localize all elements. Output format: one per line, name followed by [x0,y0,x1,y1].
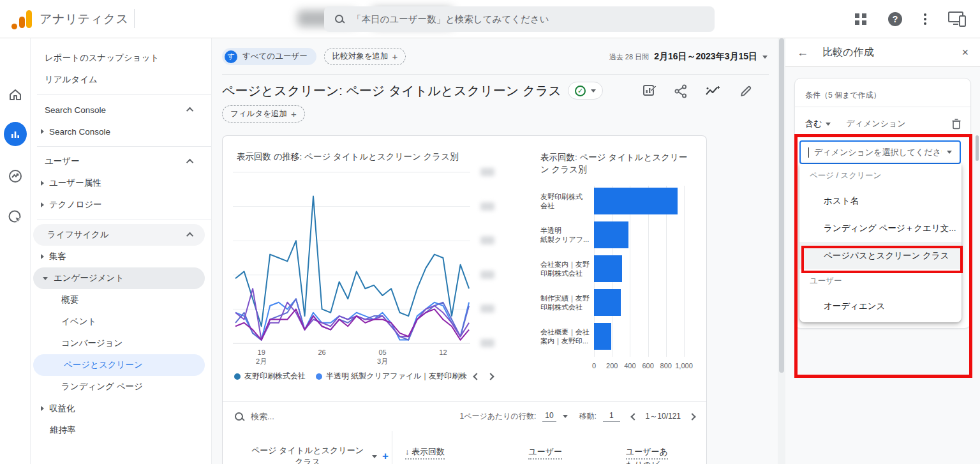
expand-right-icon[interactable] [41,129,44,134]
edit-pencil-icon[interactable] [739,85,752,98]
dropdown-scrollbar-thumb[interactable] [976,135,979,161]
add-comparison-chip[interactable]: 比較対象を追加 + [324,48,406,65]
date-range-value: 2月16日～2023年3月15日 [654,51,757,63]
segment-avatar: す [225,50,237,63]
line-chart[interactable]: 192月26053月12 [233,169,473,368]
main-scrollbar[interactable] [778,38,785,464]
share-icon[interactable] [674,84,687,98]
table-search-input[interactable]: 検索... [234,411,460,423]
add-filter-chip[interactable]: フィルタを追加 + [222,105,305,123]
dropdown-option-highlighted[interactable]: ページパスとスクリーン クラス [799,242,961,269]
caret-down-icon[interactable] [563,415,568,418]
include-select[interactable]: 含む [805,118,822,130]
more-vert-icon[interactable] [924,13,926,25]
bar-track [594,188,684,214]
bar-row[interactable]: 会社概要｜会社 案内｜友野印... [540,321,699,351]
bar-value[interactable] [594,323,611,350]
sidebar-item-conversions[interactable]: コンバージョン [31,333,205,354]
sidebar-item-label: イベント [61,316,96,327]
metric-column-header[interactable]: ↓ 表示回数 [396,445,445,458]
sidebar-item-events[interactable]: イベント [31,311,205,333]
bar-value[interactable] [594,289,621,316]
segment-chip-all-users[interactable]: す すべてのユーザー [222,48,316,65]
legend-prev-icon[interactable] [473,373,480,380]
bar-value[interactable] [594,255,622,282]
help-icon[interactable]: ? [888,12,902,26]
dropdown-option[interactable]: ホスト名 [799,187,961,214]
legend-item[interactable]: 友野印刷株式会社 [234,371,306,382]
metric-column-header[interactable]: ユーザー [516,445,562,458]
collapse-section-icon[interactable] [186,107,193,114]
bar-row[interactable]: 会社案内｜友野 印刷株式会社 [540,253,699,283]
comparison-panel: ← 比較の作成 × 条件（5 個まで作成） 含む ディメンション ディメンション… [785,38,980,464]
plus-icon: + [392,51,398,62]
trash-icon[interactable] [951,118,961,130]
ga-home-link[interactable]: アナリティクス [11,9,129,29]
bar-chart[interactable]: 表示回数: ページ タイトルとスクリーン クラス別 友野印刷株式 会社半透明 紙… [540,151,699,377]
report-status-pill[interactable]: ✓ [568,82,603,100]
date-range-picker[interactable]: 過去 28 日間 2月16日～2023年3月15日 [609,51,768,63]
close-icon[interactable]: × [961,46,969,59]
sidebar-item-user-section[interactable]: ユーザー [31,151,205,172]
sidebar-item-user-attributes[interactable]: ユーザー属性 [31,172,205,194]
reports-nav-icon[interactable] [4,123,27,146]
sidebar-item-overview[interactable]: 概要 [31,289,205,311]
expand-right-icon[interactable] [41,181,44,186]
advertising-nav-icon[interactable] [4,206,27,228]
bar-row[interactable]: 友野印刷株式 会社 [540,186,699,216]
expand-right-icon[interactable] [41,254,44,259]
explore-nav-icon[interactable] [4,165,27,188]
sidebar-item-label: Search Console [49,127,110,137]
sidebar-item-technology[interactable]: テクノロジー [31,194,205,216]
main-scrollbar-thumb[interactable] [779,38,784,373]
prev-page-icon[interactable] [630,413,637,420]
bar-value[interactable] [594,188,678,214]
text-cursor [808,147,809,158]
sidebar-item-search-console[interactable]: Search Console [31,121,205,142]
legend-item[interactable]: 半透明 紙製クリアファイル｜友野印刷株 [316,371,467,382]
metric-header-label: ユーザーあたりのビ [626,447,668,464]
sidebar-item-realtime[interactable]: リアルタイム [31,69,205,91]
insights-icon[interactable] [705,84,722,98]
expand-right-icon[interactable] [41,202,44,207]
goto-page-input[interactable]: 1 [603,411,620,422]
sidebar-item-label: エンゲージメント [54,273,124,284]
back-icon[interactable]: ← [797,46,808,59]
dimension-select-input[interactable]: ディメンションを選択してください [799,140,961,164]
dropdown-option[interactable]: オーディエンス [799,292,961,320]
sidebar-item-acquisition[interactable]: 集客 [31,246,205,267]
sidebar-item-landing-page[interactable]: ランディング ページ [31,376,205,398]
rows-per-page-select[interactable]: 10 [542,411,556,422]
expand-down-icon[interactable] [43,277,48,280]
collapse-section-icon[interactable] [186,159,193,166]
bar-row[interactable]: 半透明 紙製クリアフ... [540,220,699,250]
customize-report-icon[interactable] [642,84,657,98]
legend-label: 友野印刷株式会社 [244,371,306,382]
sidebar-item-label: Search Console [45,105,106,115]
bar-x-tick: 200 [606,362,618,370]
next-page-icon[interactable] [688,413,695,420]
left-icon-rail [0,38,31,464]
devices-preview-icon[interactable] [948,11,967,27]
diagnostics-grid-icon[interactable] [855,13,866,25]
legend-next-icon[interactable] [487,373,494,380]
dropdown-option[interactable]: ランディング ページ＋クエリ文... [799,214,961,242]
sidebar-item-label: 収益化 [49,403,75,414]
segment-chip-label: すべてのユーザー [242,51,308,62]
sidebar-item-pages-and-screens[interactable]: ページとスクリーン [33,354,205,376]
collapse-section-icon[interactable] [186,232,193,239]
sidebar-item-engagement[interactable]: エンゲージメント [33,267,205,289]
metric-column-header[interactable]: ユーザーあたりのビ [626,445,668,464]
add-dimension-plus-icon[interactable]: + [382,450,389,463]
sidebar-item-search-console-section[interactable]: Search Console [31,99,205,121]
sidebar-item-retention[interactable]: 維持率 [31,419,205,441]
sidebar-item-lifecycle-section[interactable]: ライフサイクル [33,224,205,246]
dimension-column-header[interactable]: ページ タイトルとスクリーン クラス + [248,445,389,464]
bar-row[interactable]: 制作実績｜友野 印刷株式会社 [540,287,699,317]
sidebar-item-monetization[interactable]: 収益化 [31,398,205,419]
bar-value[interactable] [594,221,628,248]
home-nav-icon[interactable] [4,83,27,106]
global-search-input[interactable]: 「本日のユーザー数」と検索してみてください [324,6,715,32]
expand-right-icon[interactable] [41,406,44,411]
sidebar-item-snapshot[interactable]: レポートのスナップショット [31,47,205,69]
